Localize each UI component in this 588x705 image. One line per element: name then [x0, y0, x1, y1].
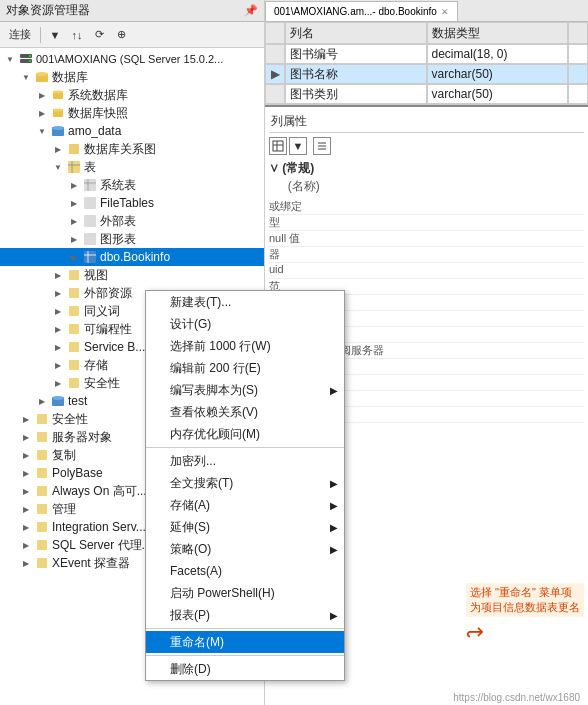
expand-ext-res[interactable]: ▶: [50, 285, 66, 301]
ctx-label-memopt: 内存优化顾问(M): [170, 426, 260, 443]
tree-item-tables[interactable]: ▼ 表: [0, 158, 264, 176]
expand-synonyms[interactable]: ▶: [50, 303, 66, 319]
pin-icon: 📌: [244, 4, 258, 17]
ctx-select-top1000[interactable]: 选择前 1000 行(W): [146, 335, 344, 357]
expand-sql-agent[interactable]: ▶: [18, 537, 34, 553]
expand-security[interactable]: ▶: [18, 411, 34, 427]
ctx-facets[interactable]: Facets(A): [146, 560, 344, 582]
expand-server-objs[interactable]: ▶: [18, 429, 34, 445]
submenu-arrow-reports: ▶: [330, 610, 338, 621]
ctx-view-deps[interactable]: 查看依赖关系(V): [146, 401, 344, 423]
tree-item-snapshots[interactable]: ▶ 数据库快照: [0, 104, 264, 122]
tab-bookinfo[interactable]: 001\AMOXIANG.am...- dbo.Bookinfo ✕: [265, 1, 458, 21]
tree-item-databases[interactable]: ▼ 数据库: [0, 68, 264, 86]
expand-sys-tables[interactable]: ▶: [66, 177, 82, 193]
refresh-button[interactable]: ⟳: [89, 25, 109, 45]
expand-ext-tables[interactable]: ▶: [66, 213, 82, 229]
tree-item-system-dbs[interactable]: ▶ 系统数据库: [0, 86, 264, 104]
ctx-sep-1: [146, 447, 344, 448]
ctx-design[interactable]: 设计(G): [146, 313, 344, 335]
props-btn-1[interactable]: [269, 137, 287, 155]
expand-service[interactable]: ▶: [50, 339, 66, 355]
ctx-script-as[interactable]: 编写表脚本为(S) ▶: [146, 379, 344, 401]
ctx-reports[interactable]: 报表(P) ▶: [146, 604, 344, 626]
ctx-edit-top200[interactable]: 编辑前 200 行(E): [146, 357, 344, 379]
sql-agent-icon: [34, 537, 50, 553]
svg-rect-41: [37, 540, 47, 550]
cell-name-3[interactable]: 图书类别: [285, 84, 427, 104]
server-label: 001\AMOXIANG (SQL Server 15.0.2...: [36, 53, 223, 65]
cell-type-1[interactable]: decimal(18, 0): [427, 44, 569, 64]
tree-item-filetables[interactable]: ▶ FileTables: [0, 194, 264, 212]
sort-button[interactable]: ↑↓: [67, 25, 87, 45]
expand-xevent[interactable]: ▶: [18, 555, 34, 571]
expand-graph-tables[interactable]: ▶: [66, 231, 82, 247]
svg-point-5: [36, 72, 48, 76]
expand-integration[interactable]: ▶: [18, 519, 34, 535]
ctx-delete[interactable]: 删除(D): [146, 658, 344, 680]
tab-close-icon[interactable]: ✕: [441, 7, 449, 17]
props-btn-2[interactable]: ▼: [289, 137, 307, 155]
expand-snapshots[interactable]: ▶: [34, 105, 50, 121]
ctx-label-fulltext: 全文搜索(T): [170, 475, 233, 492]
graph-tables-icon: [82, 231, 98, 247]
props-label-4: null 值: [269, 232, 300, 244]
expand-db-security[interactable]: ▶: [50, 375, 66, 391]
tab-label: 001\AMOXIANG.am...- dbo.Bookinfo: [274, 6, 437, 17]
management-icon: [34, 501, 50, 517]
ctx-stretch[interactable]: 延伸(S) ▶: [146, 516, 344, 538]
replication-icon: [34, 447, 50, 463]
props-row-3: 型: [269, 215, 584, 231]
filter-button[interactable]: ▼: [45, 25, 65, 45]
cell-name-2[interactable]: 图书名称: [285, 64, 427, 84]
expand-prog[interactable]: ▶: [50, 321, 66, 337]
db-security-icon: [66, 375, 82, 391]
ctx-rename[interactable]: 重命名(M): [146, 631, 344, 653]
ctx-new-table[interactable]: 新建表(T)...: [146, 291, 344, 313]
cell-type-2[interactable]: varchar(50): [427, 64, 569, 84]
expand-server[interactable]: ▼: [2, 51, 18, 67]
tree-item-server[interactable]: ▼ 001\AMOXIANG (SQL Server 15.0.2...: [0, 50, 264, 68]
expand-replication[interactable]: ▶: [18, 447, 34, 463]
cell-type-3[interactable]: varchar(50): [427, 84, 569, 104]
connect-button[interactable]: 连接: [4, 25, 36, 45]
new-query-button[interactable]: ⊕: [111, 25, 131, 45]
ctx-policy[interactable]: 策略(O) ▶: [146, 538, 344, 560]
ext-resources-icon: [66, 285, 82, 301]
expand-always-on[interactable]: ▶: [18, 483, 34, 499]
expand-tables[interactable]: ▼: [50, 159, 66, 175]
expand-databases[interactable]: ▼: [18, 69, 34, 85]
expand-filetables[interactable]: ▶: [66, 195, 82, 211]
tree-item-amo-data[interactable]: ▼ amo_data: [0, 122, 264, 140]
ctx-encrypt[interactable]: 加密列...: [146, 450, 344, 472]
expand-views[interactable]: ▶: [50, 267, 66, 283]
tree-item-ext-tables[interactable]: ▶ 外部表: [0, 212, 264, 230]
tree-item-bookinfo[interactable]: ▶ dbo.Bookinfo: [0, 248, 264, 266]
panel-title: 对象资源管理器: [6, 2, 90, 19]
expand-management[interactable]: ▶: [18, 501, 34, 517]
ctx-storage[interactable]: 存储(A) ▶: [146, 494, 344, 516]
tree-item-sys-tables[interactable]: ▶ 系统表: [0, 176, 264, 194]
expand-storage[interactable]: ▶: [50, 357, 66, 373]
ctx-label-encrypt: 加密列...: [170, 453, 216, 470]
expand-test[interactable]: ▶: [34, 393, 50, 409]
storage-label: 存储: [84, 357, 108, 374]
tree-item-graph-tables[interactable]: ▶ 图形表: [0, 230, 264, 248]
ctx-memory-opt[interactable]: 内存优化顾问(M): [146, 423, 344, 445]
context-menu[interactable]: 新建表(T)... 设计(G) 选择前 1000 行(W) 编辑前 200 行(…: [145, 290, 345, 681]
props-btn-3[interactable]: [313, 137, 331, 155]
expand-amo-data[interactable]: ▼: [34, 123, 50, 139]
cell-name-1[interactable]: 图书编号: [285, 44, 427, 64]
expand-diagrams[interactable]: ▶: [50, 141, 66, 157]
ctx-fulltext[interactable]: 全文搜索(T) ▶: [146, 472, 344, 494]
ctx-powershell[interactable]: 启动 PowerShell(H): [146, 582, 344, 604]
tree-item-views[interactable]: ▶ 视图: [0, 266, 264, 284]
props-label-6: uid: [269, 263, 284, 275]
expand-polybase[interactable]: ▶: [18, 465, 34, 481]
tree-item-diagrams[interactable]: ▶ 数据库关系图: [0, 140, 264, 158]
svg-rect-19: [84, 197, 96, 209]
expand-sys-dbs[interactable]: ▶: [34, 87, 50, 103]
annotation-line1: 选择 "重命名" 菜单项: [470, 585, 580, 600]
tables-label: 表: [84, 159, 96, 176]
expand-bookinfo[interactable]: ▶: [66, 249, 82, 265]
